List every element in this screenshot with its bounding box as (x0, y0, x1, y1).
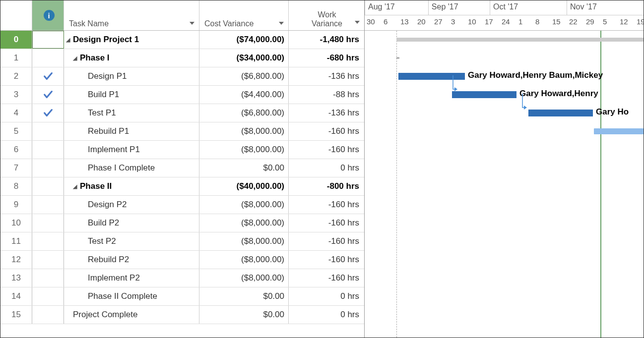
gantt-row[interactable] (365, 287, 644, 306)
work-variance-cell[interactable]: -160 hrs (289, 251, 363, 269)
rownum-cell[interactable]: 2 (0, 67, 32, 85)
task-name-cell[interactable]: Design P1 (64, 67, 199, 85)
table-row[interactable]: 12Rebuild P2($8,000.00)-160 hrs (0, 251, 364, 269)
timeline-day[interactable]: 17 (483, 15, 500, 30)
timeline-day[interactable]: 12 (618, 15, 635, 30)
work-variance-cell[interactable]: 0 hrs (289, 306, 363, 324)
timeline-day[interactable]: 5 (601, 15, 618, 30)
rownum-cell[interactable]: 1 (0, 49, 32, 67)
work-variance-cell[interactable]: -1,480 hrs (289, 31, 363, 49)
rownum-cell[interactable]: 13 (0, 269, 32, 287)
task-name-cell[interactable]: Build P1 (64, 86, 199, 104)
task-name-cell[interactable]: ◢Design Project 1 (64, 31, 199, 49)
table-row[interactable]: 5Rebuild P1($8,000.00)-160 hrs (0, 122, 364, 141)
timeline-day[interactable]: 30 (365, 15, 382, 30)
cost-variance-cell[interactable]: ($8,000.00) (199, 214, 289, 232)
rownum-cell[interactable]: 6 (0, 141, 32, 159)
header-work-variance[interactable]: Work Variance (289, 0, 363, 30)
rownum-cell[interactable]: 7 (0, 159, 32, 177)
table-row[interactable]: 7Phase I Complete$0.000 hrs (0, 159, 364, 177)
gantt-row[interactable]: Gary Howard,Henry Baum,Mickey (365, 67, 644, 86)
indicator-cell[interactable] (32, 177, 64, 195)
timeline-day[interactable]: 24 (500, 15, 516, 30)
cost-variance-cell[interactable]: ($34,000.00) (199, 49, 289, 67)
timeline-day[interactable]: 3 (449, 15, 466, 30)
rownum-cell[interactable]: 10 (0, 214, 32, 232)
task-name-cell[interactable]: Project Complete (64, 306, 199, 324)
work-variance-cell[interactable]: -800 hrs (289, 177, 363, 195)
table-row[interactable]: 15Project Complete$0.000 hrs (0, 306, 364, 324)
timeline-day[interactable]: 1 (516, 15, 533, 30)
timeline-month[interactable]: Aug '17 (365, 0, 428, 15)
rownum-cell[interactable]: 11 (0, 232, 32, 250)
cost-variance-cell[interactable]: ($6,800.00) (199, 104, 289, 122)
work-variance-cell[interactable]: -160 hrs (289, 122, 363, 140)
cost-variance-cell[interactable]: ($8,000.00) (199, 251, 289, 269)
rownum-cell[interactable]: 3 (0, 86, 32, 104)
timeline-day[interactable]: 27 (432, 15, 449, 30)
indicator-cell[interactable] (32, 31, 64, 49)
indicator-cell[interactable] (32, 122, 64, 140)
timeline-month[interactable]: Oct '17 (490, 0, 567, 15)
gantt-row[interactable] (365, 141, 644, 159)
task-name-cell[interactable]: Implement P1 (64, 141, 199, 159)
gantt-task-bar[interactable] (452, 91, 516, 98)
work-variance-cell[interactable]: -680 hrs (289, 49, 363, 67)
timeline-day[interactable]: 19 (635, 15, 644, 30)
dropdown-icon[interactable] (278, 19, 285, 28)
timeline-day[interactable]: 15 (550, 15, 567, 30)
task-name-cell[interactable]: Phase II Complete (64, 287, 199, 305)
cost-variance-cell[interactable]: ($8,000.00) (199, 269, 289, 287)
table-row[interactable]: 14Phase II Complete$0.000 hrs (0, 287, 364, 306)
gantt-body[interactable]: Gary Howard,Henry Baum,MickeyGary Howard… (365, 31, 644, 338)
table-row[interactable]: 8◢Phase II($40,000.00)-800 hrs (0, 177, 364, 196)
cost-variance-cell[interactable]: ($6,800.00) (199, 67, 289, 85)
gantt-row[interactable]: Gary Howard,Henry (365, 86, 644, 104)
task-name-cell[interactable]: Rebuild P2 (64, 251, 199, 269)
rownum-cell[interactable]: 8 (0, 177, 32, 195)
gantt-task-bar[interactable] (594, 128, 644, 134)
indicator-cell[interactable] (32, 104, 64, 122)
table-row[interactable]: 4Test P1($6,800.00)-136 hrs (0, 104, 364, 122)
cost-variance-cell[interactable]: $0.00 (199, 287, 289, 305)
rownum-cell[interactable]: 5 (0, 122, 32, 140)
rownum-cell[interactable]: 12 (0, 251, 32, 269)
timeline-day[interactable]: 20 (415, 15, 432, 30)
timeline-day[interactable]: 8 (533, 15, 550, 30)
gantt-row[interactable] (365, 269, 644, 287)
indicator-cell[interactable] (32, 141, 64, 159)
gantt-row[interactable] (365, 306, 644, 324)
task-name-cell[interactable]: ◢Phase II (64, 177, 199, 195)
gantt-row[interactable] (365, 251, 644, 269)
table-row[interactable]: 9Design P2($8,000.00)-160 hrs (0, 196, 364, 214)
work-variance-cell[interactable]: -136 hrs (289, 104, 363, 122)
timeline-day[interactable]: 6 (382, 15, 398, 30)
timeline-day[interactable]: 13 (398, 15, 415, 30)
header-rownum[interactable] (0, 0, 32, 30)
work-variance-cell[interactable]: -136 hrs (289, 67, 363, 85)
indicator-cell[interactable] (32, 269, 64, 287)
task-name-cell[interactable]: Test P2 (64, 232, 199, 250)
rownum-cell[interactable]: 4 (0, 104, 32, 122)
header-cost-variance[interactable]: Cost Variance (199, 0, 289, 30)
indicator-cell[interactable] (32, 306, 64, 324)
cost-variance-cell[interactable]: $0.00 (199, 306, 289, 324)
cost-variance-cell[interactable]: $0.00 (199, 159, 289, 177)
indicator-cell[interactable] (32, 67, 64, 85)
indicator-cell[interactable] (32, 159, 64, 177)
indicator-cell[interactable] (32, 196, 64, 214)
task-name-cell[interactable]: Build P2 (64, 214, 199, 232)
gantt-summary-bar[interactable] (396, 38, 644, 42)
gantt-task-bar[interactable] (528, 110, 593, 116)
table-row[interactable]: 3Build P1($4,400.00)-88 hrs (0, 86, 364, 104)
work-variance-cell[interactable]: -160 hrs (289, 269, 363, 287)
table-row[interactable]: 6Implement P1($8,000.00)-160 hrs (0, 141, 364, 159)
gantt-row[interactable] (365, 196, 644, 214)
timeline-day[interactable]: 29 (584, 15, 601, 30)
task-name-cell[interactable]: Design P2 (64, 196, 199, 214)
cost-variance-cell[interactable]: ($8,000.00) (199, 141, 289, 159)
gantt-row[interactable] (365, 49, 644, 67)
work-variance-cell[interactable]: -160 hrs (289, 141, 363, 159)
table-row[interactable]: 10Build P2($8,000.00)-160 hrs (0, 214, 364, 232)
work-variance-cell[interactable]: -160 hrs (289, 196, 363, 214)
